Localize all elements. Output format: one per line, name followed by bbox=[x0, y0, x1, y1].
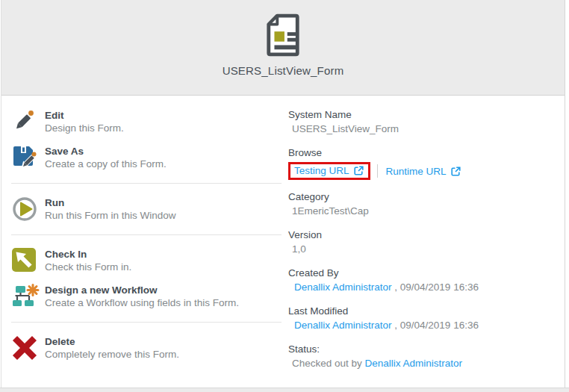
field-browse: Browse Testing URL Runtime UR bbox=[288, 146, 565, 180]
testing-url-highlight-box: Testing URL bbox=[288, 162, 370, 180]
pencil-edit-icon bbox=[11, 108, 38, 135]
field-version: Version 1,0 bbox=[288, 228, 565, 256]
action-description: Run this Form in this Window bbox=[45, 209, 176, 222]
field-system-name: System Name USERS_ListView_Form bbox=[288, 108, 565, 136]
field-status: Status: Checked out by Denallix Administ… bbox=[288, 342, 565, 370]
action-description: Create a Workflow using fields in this F… bbox=[45, 296, 239, 309]
action-label: Save As bbox=[45, 145, 167, 158]
form-banner: USERS_ListView_Form bbox=[1, 0, 565, 96]
field-last-modified: Last Modified Denallix Administrator , 0… bbox=[288, 304, 565, 332]
modified-date: , 09/04/2019 16:36 bbox=[392, 320, 479, 331]
action-run[interactable]: Run Run this Form in this Window bbox=[11, 191, 287, 227]
created-by-user-link[interactable]: Denallix Administrator bbox=[294, 281, 392, 293]
action-check-in[interactable]: Check In Check this Form in. bbox=[11, 243, 287, 279]
modified-by-user-link[interactable]: Denallix Administrator bbox=[294, 320, 392, 331]
action-edit[interactable]: Edit Design this Form. bbox=[11, 104, 287, 140]
external-link-icon bbox=[354, 166, 364, 175]
action-save-as[interactable]: Save As Create a copy of this Form. bbox=[11, 140, 287, 175]
section-divider bbox=[11, 183, 282, 184]
field-label: Version bbox=[288, 228, 565, 242]
status-text: Checked out by bbox=[292, 358, 365, 369]
field-label: Browse bbox=[288, 146, 565, 160]
workflow-icon bbox=[11, 283, 38, 310]
action-label: Run bbox=[45, 196, 176, 209]
section-divider bbox=[11, 234, 282, 235]
action-label: Delete bbox=[45, 335, 179, 348]
action-description: Completely remove this Form. bbox=[45, 348, 179, 361]
action-description: Design this Form. bbox=[45, 122, 124, 134]
link-separator bbox=[377, 164, 378, 178]
created-date: , 09/04/2019 16:36 bbox=[392, 281, 479, 293]
action-design-workflow[interactable]: Design a new Workflow Create a Workflow … bbox=[11, 279, 287, 314]
save-as-icon bbox=[11, 144, 38, 171]
action-description: Create a copy of this Form. bbox=[45, 158, 167, 170]
field-value: 1,0 bbox=[288, 242, 565, 256]
field-category: Category 1EmericTest\Cap bbox=[288, 190, 565, 218]
form-details-panel: USERS_ListView_Form Edit Design t bbox=[1, 0, 565, 388]
action-delete[interactable]: Delete Completely remove this Form. bbox=[11, 330, 287, 366]
field-created-by: Created By Denallix Administrator , 09/0… bbox=[288, 266, 565, 294]
check-in-arrow-icon bbox=[11, 247, 38, 274]
runtime-url-link[interactable]: Runtime URL bbox=[386, 166, 447, 177]
actions-list: Edit Design this Form. bbox=[1, 104, 287, 388]
form-document-icon bbox=[264, 13, 302, 57]
external-link-icon bbox=[451, 167, 461, 176]
delete-x-icon bbox=[11, 335, 38, 361]
field-value: USERS_ListView_Form bbox=[288, 122, 565, 136]
form-title: USERS_ListView_Form bbox=[223, 64, 344, 77]
action-label: Design a new Workflow bbox=[45, 284, 239, 296]
action-label: Check In bbox=[45, 248, 131, 261]
action-label: Edit bbox=[45, 109, 124, 122]
run-play-icon bbox=[11, 196, 38, 223]
details-panel: System Name USERS_ListView_Form Browse T… bbox=[287, 104, 565, 388]
field-label: Last Modified bbox=[288, 304, 565, 318]
field-label: Category bbox=[288, 190, 565, 204]
field-value: 1EmericTest\Cap bbox=[288, 204, 565, 218]
testing-url-link[interactable]: Testing URL bbox=[294, 165, 349, 176]
content-area: Edit Design this Form. bbox=[1, 96, 565, 388]
field-label: Created By bbox=[288, 266, 565, 280]
field-label: System Name bbox=[288, 108, 565, 122]
checked-out-user-link[interactable]: Denallix Administrator bbox=[365, 358, 463, 369]
bottom-strip bbox=[0, 388, 569, 392]
section-divider bbox=[11, 322, 282, 323]
action-description: Check this Form in. bbox=[45, 261, 131, 273]
field-label: Status: bbox=[288, 342, 565, 356]
